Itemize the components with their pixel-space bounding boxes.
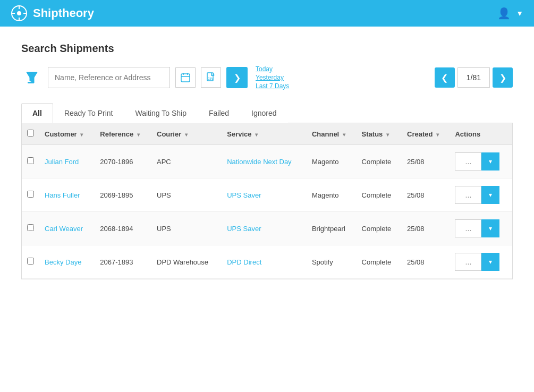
column-header-status[interactable]: Status ▾ (357, 123, 402, 145)
calendar-icon (180, 72, 191, 83)
svg-rect-6 (28, 82, 34, 83)
sort-arrow-channel: ▾ (343, 132, 345, 138)
row-checkbox-1[interactable] (27, 191, 34, 198)
row-customer-0: Julian Ford (39, 145, 95, 178)
row-customer-2: Carl Weaver (39, 212, 95, 245)
row-checkbox-cell (22, 145, 39, 178)
column-header-created[interactable]: Created ▾ (402, 123, 450, 145)
row-service-1: UPS Saver (222, 178, 307, 212)
app-title: Shiptheory (33, 6, 94, 20)
sort-arrow-created: ▾ (436, 132, 439, 138)
page-title: Search Shipments (21, 42, 513, 55)
date-filter-links: Today Yesterday Last 7 Days (256, 65, 289, 90)
row-created-0: 25/08 (402, 145, 450, 178)
row-reference-2: 2068-1894 (95, 212, 151, 245)
action-dots-button-2[interactable]: ... (455, 219, 481, 237)
table-row: Hans Fuller 2069-1895 UPS UPS Saver Mage… (22, 178, 512, 212)
tab-waiting-to-ship[interactable]: Waiting To Ship (124, 103, 198, 123)
row-created-2: 25/08 (402, 212, 450, 245)
action-dropdown-button-0[interactable]: ▾ (481, 152, 499, 171)
row-courier-2: UPS (151, 212, 222, 245)
sort-arrow-courier: ▾ (185, 132, 188, 138)
chevron-right-icon: ❯ (234, 73, 241, 83)
logo-icon (11, 5, 28, 22)
today-link[interactable]: Today (256, 65, 289, 73)
shipments-table-wrapper: Customer ▾ Reference ▾ Courier ▾ Service… (21, 123, 513, 279)
header-chevron-down-icon[interactable]: ▼ (516, 9, 523, 18)
prev-page-button[interactable]: ❮ (435, 67, 455, 88)
row-reference-0: 2070-1896 (95, 145, 151, 178)
column-header-reference[interactable]: Reference ▾ (95, 123, 151, 145)
column-header-channel[interactable]: Channel ▾ (307, 123, 357, 145)
row-actions-3: ... ▾ (450, 245, 512, 279)
last7days-link[interactable]: Last 7 Days (256, 82, 289, 90)
chevron-right-icon: ❯ (499, 73, 506, 83)
tab-ready-to-print[interactable]: Ready To Print (53, 103, 124, 123)
row-service-0: Nationwide Next Day (222, 145, 307, 178)
row-channel-2: Brightpearl (307, 212, 357, 245)
tab-failed[interactable]: Failed (198, 103, 240, 123)
action-dots-button-0[interactable]: ... (455, 152, 481, 171)
row-status-3: Complete (357, 245, 402, 279)
row-channel-1: Magento (307, 178, 357, 212)
action-dots-button-3[interactable]: ... (455, 253, 481, 271)
column-header-customer[interactable]: Customer ▾ (39, 123, 95, 145)
row-created-1: 25/08 (402, 178, 450, 212)
row-status-1: Complete (357, 178, 402, 212)
search-input[interactable] (48, 67, 170, 88)
row-actions-2: ... ▾ (450, 212, 512, 245)
table-row: Julian Ford 2070-1896 APC Nationwide Nex… (22, 145, 512, 178)
main-content: Search Shipments CSV (0, 27, 534, 392)
search-row: CSV ❯ Today Yesterday Last 7 Days ❮ 1/81… (21, 65, 513, 90)
header: Shiptheory 👤 ▼ (0, 0, 534, 27)
tab-ignored[interactable]: Ignored (240, 103, 287, 123)
user-icon[interactable]: 👤 (497, 7, 511, 20)
table-body: Julian Ford 2070-1896 APC Nationwide Nex… (22, 145, 512, 279)
row-channel-0: Magento (307, 145, 357, 178)
action-dropdown-button-1[interactable]: ▾ (481, 186, 499, 204)
table-row: Carl Weaver 2068-1894 UPS UPS Saver Brig… (22, 212, 512, 245)
tab-bar: All Ready To Print Waiting To Ship Faile… (21, 103, 513, 123)
row-checkbox-2[interactable] (27, 224, 34, 231)
row-actions-1: ... ▾ (450, 178, 512, 212)
csv-icon: CSV (206, 72, 216, 83)
table-header-row: Customer ▾ Reference ▾ Courier ▾ Service… (22, 123, 512, 145)
row-channel-3: Spotify (307, 245, 357, 279)
sort-arrow-status: ▾ (386, 132, 389, 138)
row-checkbox-3[interactable] (27, 258, 34, 265)
sort-arrow-reference: ▾ (137, 132, 140, 138)
sort-arrow-service: ▾ (255, 132, 258, 138)
row-reference-3: 2067-1893 (95, 245, 151, 279)
pagination: ❮ 1/81 ❯ (435, 67, 513, 88)
calendar-icon-button[interactable] (175, 67, 196, 88)
action-dropdown-button-3[interactable]: ▾ (481, 253, 499, 271)
column-header-courier[interactable]: Courier ▾ (151, 123, 222, 145)
select-all-checkbox[interactable] (27, 130, 34, 137)
csv-icon-button[interactable]: CSV (201, 67, 221, 88)
svg-text:CSV: CSV (208, 77, 214, 80)
row-checkbox-cell (22, 245, 39, 279)
row-checkbox-0[interactable] (27, 157, 34, 164)
action-dropdown-button-2[interactable]: ▾ (481, 219, 499, 237)
row-service-3: DPD Direct (222, 245, 307, 279)
chevron-left-icon: ❮ (441, 73, 448, 83)
filter-icon (22, 68, 41, 87)
column-header-service[interactable]: Service ▾ (222, 123, 307, 145)
pagination-info: 1/81 (457, 67, 490, 88)
row-customer-3: Becky Daye (39, 245, 95, 279)
action-dots-button-1[interactable]: ... (455, 186, 481, 204)
svg-rect-7 (181, 74, 190, 82)
yesterday-link[interactable]: Yesterday (256, 74, 289, 81)
next-page-button[interactable]: ❯ (493, 67, 513, 88)
search-tool-icon (21, 67, 43, 88)
select-all-header (22, 123, 39, 145)
search-submit-button[interactable]: ❯ (226, 67, 248, 88)
svg-point-1 (17, 11, 21, 15)
header-right: 👤 ▼ (497, 7, 523, 20)
tab-all[interactable]: All (21, 103, 53, 123)
column-header-actions: Actions (450, 123, 512, 145)
row-actions-0: ... ▾ (450, 145, 512, 178)
row-checkbox-cell (22, 212, 39, 245)
row-service-2: UPS Saver (222, 212, 307, 245)
shipments-table: Customer ▾ Reference ▾ Courier ▾ Service… (22, 123, 512, 279)
